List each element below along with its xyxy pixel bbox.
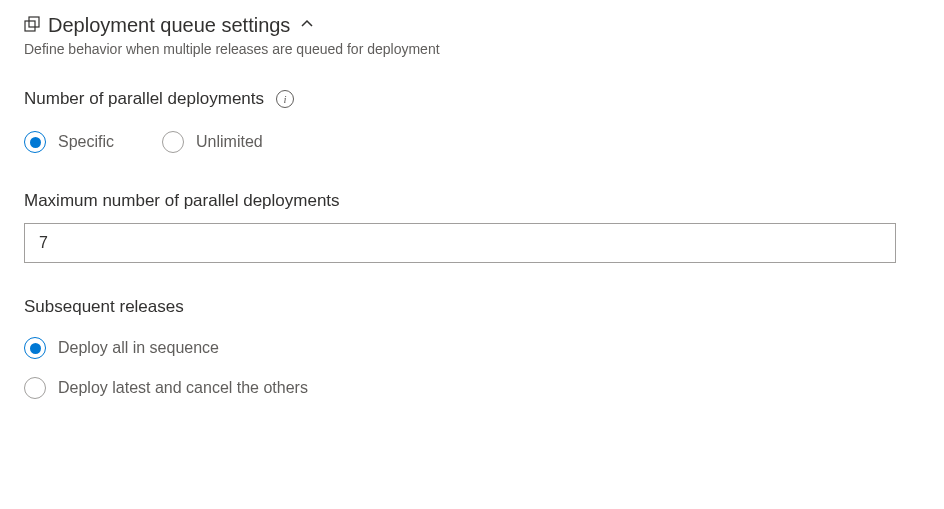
radio-button-icon [24, 337, 46, 359]
radio-specific[interactable]: Specific [24, 131, 114, 153]
section-subtitle: Define behavior when multiple releases a… [24, 41, 920, 57]
radio-unlimited-label: Unlimited [196, 133, 263, 151]
radio-deploy-latest[interactable]: Deploy latest and cancel the others [24, 377, 920, 399]
section-header-toggle[interactable]: Deployment queue settings [24, 14, 920, 37]
max-parallel-input[interactable] [24, 223, 896, 263]
svg-rect-1 [29, 17, 39, 27]
info-icon[interactable]: i [276, 90, 294, 108]
parallel-deployments-label: Number of parallel deployments [24, 89, 264, 109]
svg-rect-0 [25, 21, 35, 31]
radio-button-icon [24, 377, 46, 399]
radio-sequence-label: Deploy all in sequence [58, 339, 219, 357]
radio-button-icon [162, 131, 184, 153]
chevron-up-icon [298, 17, 314, 35]
radio-unlimited[interactable]: Unlimited [162, 131, 263, 153]
radio-specific-label: Specific [58, 133, 114, 151]
deployment-icon [24, 16, 40, 36]
section-title: Deployment queue settings [48, 14, 290, 37]
max-parallel-label: Maximum number of parallel deployments [24, 191, 920, 211]
radio-latest-label: Deploy latest and cancel the others [58, 379, 308, 397]
radio-deploy-sequence[interactable]: Deploy all in sequence [24, 337, 920, 359]
radio-button-icon [24, 131, 46, 153]
subsequent-releases-label: Subsequent releases [24, 297, 920, 317]
